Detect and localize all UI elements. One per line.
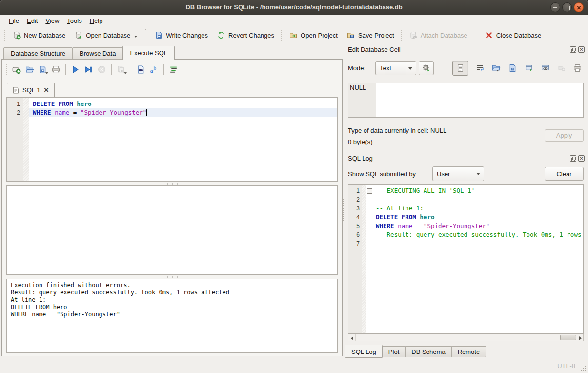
sql-editor[interactable]: 1DELETE FROM hero2WHERE name = "Spider-Y… [6,97,338,182]
toolbar-handle[interactable] [6,64,7,75]
execute-all-button[interactable] [69,63,82,76]
execute-current-line-button[interactable] [82,63,95,76]
maximize-icon[interactable] [562,2,572,12]
new-database-button[interactable]: New Database [8,28,70,42]
toolbar-handle[interactable] [281,30,282,41]
close-icon[interactable] [574,2,584,12]
cell-editor[interactable]: NULL [348,83,584,118]
revert-changes-button[interactable]: Revert Changes [212,28,279,42]
results-grid[interactable] [6,185,338,275]
set-null-button [555,62,568,74]
close-database-button[interactable]: Close Database [480,28,546,42]
text-mode-button[interactable] [452,61,468,76]
open-sql-file-button[interactable] [23,63,36,76]
mode-combo[interactable]: Text [375,61,416,75]
code-line[interactable]: 7 [348,239,583,248]
log-horizontal-scrollbar[interactable] [348,334,584,341]
dock-close-icon[interactable] [578,155,585,162]
revert-changes-label: Revert Changes [228,32,274,39]
sql-doc-tab[interactable]: SQL 1 ✕ [7,83,55,97]
save-sql-file-button[interactable] [36,63,49,76]
execution-message-area[interactable]: Execution finished without errors.Result… [6,279,338,353]
toolbar-handle[interactable] [401,30,402,41]
tab-sql-log[interactable]: SQL Log [345,345,383,358]
open-database-button[interactable]: Open Database [70,28,142,42]
line-number: 5 [348,222,362,230]
code-line[interactable]: 2-- [348,195,583,204]
open-project-label: Open Project [301,32,338,39]
dock-float-icon[interactable] [570,155,576,162]
print-sql-button[interactable] [49,63,62,76]
clear-button[interactable]: Clear [545,167,584,181]
toolbar-separator [111,64,112,75]
open-project-button[interactable]: Open Project [284,28,342,42]
attach-database-icon [409,31,418,40]
text-cursor [146,109,147,116]
resize-grip-icon[interactable] [585,370,586,371]
save-project-icon [346,31,355,40]
tab-remote[interactable]: Remote [451,346,487,357]
scroll-left-icon[interactable] [348,334,356,341]
open-database-dropdown-icon[interactable] [134,36,137,39]
code-line[interactable]: 4DELETE FROM hero [348,213,583,222]
open-sql-tab-button[interactable] [10,63,23,76]
format-sql-button[interactable] [167,63,180,76]
print-cell-button[interactable] [571,62,584,74]
sql-log-view[interactable]: 1-- EXECUTING ALL IN 'SQL 1'2--3-- At li… [348,184,584,334]
fold-marker-icon [366,222,374,230]
menu-edit[interactable]: Edit [23,16,41,25]
menu-tools[interactable]: Tools [63,16,85,25]
title-bar[interactable]: DB Browser for SQLite - /home/user/code/… [0,0,588,15]
code-line[interactable]: 5WHERE name = "Spider-Youngster" [348,222,583,230]
copy-cell-button[interactable] [523,62,535,74]
menu-file[interactable]: File [5,16,23,25]
set-link-button[interactable] [539,62,551,74]
code-line[interactable]: 2WHERE name = "Spider-Youngster" [7,108,337,117]
new-database-label: New Database [24,32,65,39]
sql-editor-toolbar: ba [4,62,180,77]
save-cell-button[interactable] [506,62,519,74]
dock-float-icon[interactable] [570,46,576,53]
sql-doc-tab-bar: SQL 1 ✕ [7,83,55,97]
write-changes-button[interactable]: Write Changes [150,28,212,42]
save-sql-dropdown-icon[interactable] [45,72,48,76]
code-line[interactable]: 3-- At line 1: [348,204,583,213]
minimize-icon[interactable] [550,2,560,12]
auto-completion-button[interactable]: ba [147,63,161,76]
find-button[interactable] [134,63,147,76]
dock-close-icon[interactable] [578,46,585,53]
toolbar-handle[interactable] [4,30,5,41]
message-line: WHERE name = "Spider-Youngster" [11,311,333,318]
cell-editor-text[interactable] [376,83,583,117]
vertical-splitter-handle[interactable] [343,199,344,221]
text-mode-icon [456,63,465,73]
submitter-combo[interactable]: User [432,166,484,181]
code-line[interactable]: 1-- EXECUTING ALL IN 'SQL 1' [348,186,583,195]
tab-plot[interactable]: Plot [382,346,406,357]
scroll-right-icon[interactable] [576,334,583,341]
tab-execute-sql[interactable]: Execute SQL [122,46,175,60]
chevron-down-icon [408,67,412,72]
sql-log-dock-buttons [570,155,585,162]
stop-icon [97,65,106,74]
word-wrap-button[interactable] [473,62,486,74]
menu-help[interactable]: Help [86,16,107,25]
save-project-button[interactable]: Save Project [342,28,399,42]
import-settings-button[interactable] [419,61,434,75]
line-number: 7 [348,239,362,248]
splitter-handle[interactable] [6,275,338,278]
fold-marker-icon [366,195,374,204]
tab-db-schema[interactable]: DB Schema [405,346,451,357]
tab-database-structure[interactable]: Database Structure [3,47,73,60]
attach-database-label: Attach Database [421,32,467,39]
scrollbar-thumb[interactable] [560,335,576,340]
code-line[interactable]: 1DELETE FROM hero [7,100,337,108]
auto-completion-icon: ba [149,65,159,74]
toolbar-separator [145,29,146,41]
close-sql-tab-icon[interactable]: ✕ [43,86,49,94]
tab-browse-data[interactable]: Browse Data [72,47,123,60]
menu-view[interactable]: View [41,16,63,25]
code-line[interactable]: 6-- Result: query executed successfully.… [348,230,583,239]
import-data-button[interactable] [489,62,502,74]
fold-marker-icon[interactable] [366,186,374,195]
